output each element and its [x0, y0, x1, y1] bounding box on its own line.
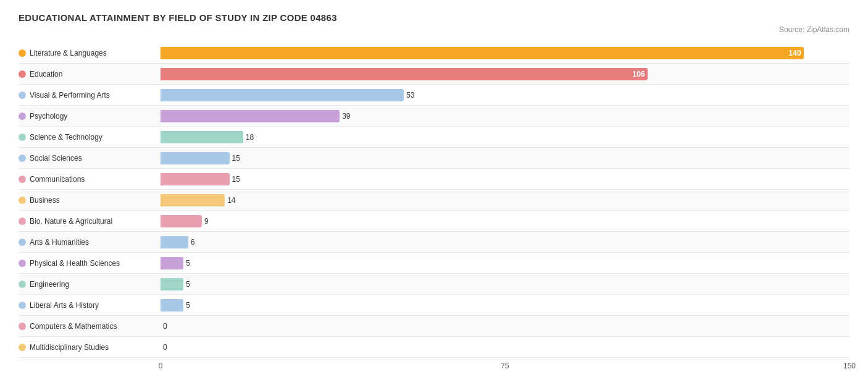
bar-track: 14: [161, 194, 849, 206]
bar-track: 18: [161, 131, 849, 143]
label-text: Computers & Mathematics: [30, 322, 117, 331]
x-tick: 0: [159, 362, 163, 370]
bar-label: Engineering: [19, 280, 161, 289]
bar-track: 9: [161, 215, 849, 227]
label-dot: [19, 91, 26, 99]
bar-row: Literature & Languages140: [19, 43, 849, 64]
label-dot: [19, 260, 26, 267]
label-text: Science & Technology: [30, 133, 102, 142]
bar-label: Business: [19, 196, 161, 205]
label-dot: [19, 302, 26, 309]
bar-fill: [161, 173, 230, 185]
bar-value: 14: [227, 196, 235, 205]
bar-value: 15: [232, 154, 240, 163]
bar-label: Communications: [19, 175, 161, 184]
label-dot: [19, 176, 26, 183]
bar-value: 0: [163, 343, 167, 352]
label-text: Physical & Health Sciences: [30, 259, 120, 268]
bar-row: Communications15: [19, 169, 849, 190]
label-text: Arts & Humanities: [30, 238, 89, 247]
bar-fill: [161, 236, 188, 248]
label-text: Bio, Nature & Agricultural: [30, 217, 112, 226]
bar-value: 5: [186, 259, 190, 268]
bar-track: 15: [161, 173, 849, 185]
bar-row: Engineering5: [19, 274, 849, 295]
bar-track: 39: [161, 110, 849, 122]
bar-fill: [161, 89, 404, 101]
label-text: Liberal Arts & History: [30, 301, 99, 310]
bar-label: Science & Technology: [19, 133, 161, 142]
bar-fill: [161, 68, 648, 80]
bar-track: 6: [161, 236, 849, 248]
bar-label: Arts & Humanities: [19, 238, 161, 247]
label-text: Business: [30, 196, 60, 205]
bar-track: 140: [161, 47, 849, 59]
label-dot: [19, 112, 26, 120]
bar-label: Liberal Arts & History: [19, 301, 161, 310]
label-text: Literature & Languages: [30, 49, 107, 57]
bar-fill: [161, 299, 183, 312]
label-dot: [19, 197, 26, 204]
bar-label: Visual & Performing Arts: [19, 91, 161, 100]
bar-label: Social Sciences: [19, 154, 161, 163]
bar-value: 5: [186, 301, 190, 310]
label-dot: [19, 134, 26, 141]
x-tick: 75: [501, 362, 509, 370]
bar-row: Social Sciences15: [19, 148, 849, 169]
bar-value: 18: [246, 133, 254, 142]
bar-fill: [161, 194, 225, 206]
bar-value: 5: [186, 280, 190, 289]
bar-row: Multidisciplinary Studies0: [19, 337, 849, 358]
label-text: Social Sciences: [30, 154, 82, 163]
bar-label: Psychology: [19, 112, 161, 121]
bar-value: 9: [204, 217, 209, 226]
bar-track: 5: [161, 278, 849, 290]
bar-row: Arts & Humanities6: [19, 232, 849, 253]
bar-row: Psychology39: [19, 106, 849, 127]
source-line: Source: ZipAtlas.com: [19, 25, 849, 34]
label-dot: [19, 218, 26, 225]
label-text: Psychology: [30, 112, 67, 121]
bar-fill: [161, 47, 804, 59]
label-dot: [19, 344, 26, 351]
bar-value: 0: [163, 322, 167, 331]
bar-fill: [161, 257, 183, 269]
bar-fill: [161, 152, 230, 164]
bar-track: 15: [161, 152, 849, 164]
label-dot: [19, 49, 26, 57]
bar-value: 106: [633, 70, 645, 78]
bar-row: Bio, Nature & Agricultural9: [19, 211, 849, 232]
bar-label: Computers & Mathematics: [19, 322, 161, 331]
chart-area: Literature & Languages140Education106Vis…: [19, 43, 849, 358]
label-dot: [19, 155, 26, 162]
bar-track: 5: [161, 257, 849, 269]
x-tick: 150: [843, 362, 856, 370]
bar-label: Bio, Nature & Agricultural: [19, 217, 161, 226]
bar-value: 140: [789, 49, 801, 57]
bar-label: Multidisciplinary Studies: [19, 343, 161, 352]
label-text: Visual & Performing Arts: [30, 91, 110, 100]
label-text: Education: [30, 70, 62, 78]
label-dot: [19, 70, 26, 78]
bar-row: Computers & Mathematics0: [19, 316, 849, 337]
bar-track: 106: [161, 68, 849, 80]
label-text: Engineering: [30, 280, 69, 289]
bar-row: Education106: [19, 64, 849, 85]
bar-track: 0: [161, 341, 849, 354]
bar-track: 0: [161, 320, 849, 333]
bar-row: Liberal Arts & History5: [19, 295, 849, 316]
bar-track: 5: [161, 299, 849, 312]
bar-fill: [161, 131, 243, 143]
bar-row: Science & Technology18: [19, 127, 849, 148]
bar-value: 6: [191, 238, 195, 247]
label-text: Communications: [30, 175, 85, 184]
label-dot: [19, 323, 26, 330]
bar-row: Visual & Performing Arts53: [19, 85, 849, 106]
bar-value: 39: [342, 112, 350, 121]
bar-track: 53: [161, 89, 849, 101]
bar-fill: [161, 278, 183, 290]
bar-value: 15: [232, 175, 240, 184]
bar-label: Education: [19, 70, 161, 78]
label-dot: [19, 239, 26, 246]
label-text: Multidisciplinary Studies: [30, 343, 109, 352]
